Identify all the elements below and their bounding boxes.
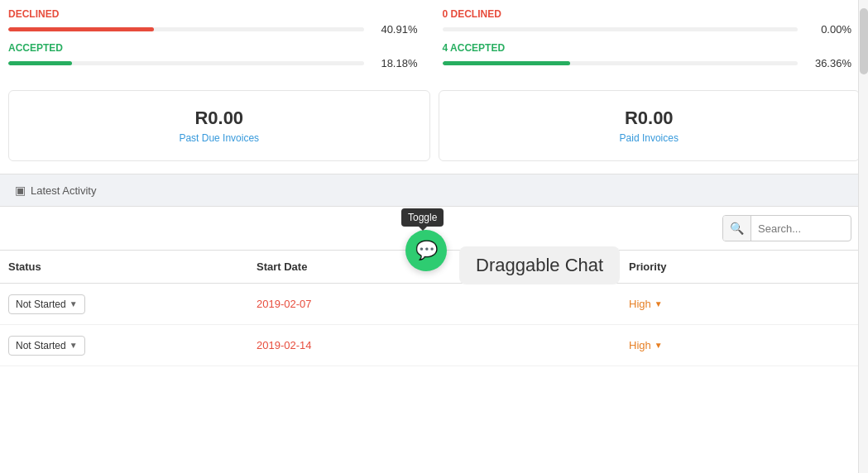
dropdown-arrow-1: ▼: [70, 299, 78, 308]
paid-invoice-card: R0.00 Paid Invoices: [439, 90, 861, 161]
bar-track-accepted-left: [8, 61, 364, 65]
stat-pct-declined-left: 40.91%: [372, 23, 418, 36]
priority-value-2[interactable]: High ▼: [629, 339, 860, 351]
chat-toggle-area: Toggle 💬: [405, 208, 448, 271]
th-priority: Priority: [621, 257, 868, 276]
priority-label-2: High: [629, 339, 651, 351]
td-status-1: Not Started ▼: [0, 291, 248, 318]
past-due-invoice-card: R0.00 Past Due Invoices: [8, 90, 430, 161]
status-dropdown-2[interactable]: Not Started ▼: [8, 336, 85, 356]
stats-section: DECLINED 40.91% ACCEPTED: [0, 0, 868, 78]
declined-label-right: 0 DECLINED: [443, 8, 852, 20]
search-input[interactable]: [751, 222, 851, 235]
stat-bar-row-left-declined: 40.91%: [8, 23, 418, 36]
bar-fill-accepted-right: [443, 61, 571, 65]
priority-arrow-1: ▼: [655, 299, 663, 308]
section-divider: ▣ Latest Activity: [0, 174, 868, 207]
td-tags-2: [455, 342, 621, 349]
paid-label: Paid Invoices: [456, 132, 843, 144]
stat-half-left: DECLINED 40.91% ACCEPTED: [0, 8, 434, 78]
status-value-1: Not Started: [16, 299, 66, 310]
stat-half-right: 0 DECLINED 0.00% 4 ACCEPTED: [434, 8, 869, 78]
stat-declined-left: DECLINED 40.91%: [8, 8, 418, 36]
stat-bar-row-right-declined: 0.00%: [443, 23, 852, 36]
bar-track: [8, 27, 364, 31]
stats-row: DECLINED 40.91% ACCEPTED: [0, 8, 868, 78]
priority-arrow-2: ▼: [655, 341, 663, 350]
table-row: Not Started ▼ 2019-02-14 High ▼: [0, 325, 868, 366]
table-rows: Not Started ▼ 2019-02-07 High ▼ N: [0, 284, 868, 366]
search-box: 🔍: [722, 215, 851, 241]
stat-declined-right: 0 DECLINED 0.00%: [443, 8, 852, 36]
declined-label-left: DECLINED: [8, 8, 418, 20]
scrollbar-thumb[interactable]: [860, 8, 868, 74]
bar-track-declined-right: [443, 27, 798, 31]
bar-track-accepted-right: [443, 61, 798, 65]
stat-pct-accepted-left: 18.18%: [372, 57, 418, 69]
chat-toggle-button[interactable]: 💬: [405, 230, 447, 271]
draggable-chat-label: Draggable Chat: [459, 246, 620, 284]
status-dropdown-1[interactable]: Not Started ▼: [8, 294, 85, 314]
stat-bar-row-right-accepted: 36.36%: [443, 57, 852, 69]
stat-accepted-left: ACCEPTED 18.18%: [8, 42, 418, 69]
accepted-label-right: 4 ACCEPTED: [443, 42, 852, 54]
td-priority-1: High ▼: [621, 294, 868, 313]
td-priority-2: High ▼: [621, 336, 868, 355]
status-value-2: Not Started: [16, 340, 66, 351]
toggle-tooltip: Toggle: [401, 208, 444, 227]
search-icon: 🔍: [730, 222, 744, 235]
priority-value-1[interactable]: High ▼: [629, 298, 860, 310]
stat-bar-row-left-accepted: 18.18%: [8, 57, 418, 69]
td-date-1: 2019-02-07: [248, 294, 455, 313]
tab-latest-activity-label: Latest Activity: [31, 184, 96, 197]
priority-label-1: High: [629, 298, 651, 310]
td-status-2: Not Started ▼: [0, 332, 248, 359]
stat-accepted-right: 4 ACCEPTED 36.36%: [443, 42, 852, 69]
past-due-label: Past Due Invoices: [26, 132, 413, 144]
stat-pct-accepted-right: 36.36%: [806, 57, 851, 69]
past-due-amount: R0.00: [26, 108, 413, 129]
scrollbar[interactable]: [858, 0, 868, 473]
th-status: Status: [0, 257, 248, 276]
bar-fill-declined-left: [8, 27, 154, 31]
td-date-2: 2019-02-14: [248, 336, 455, 355]
page-wrapper: DECLINED 40.91% ACCEPTED: [0, 0, 868, 473]
chat-icon: 💬: [415, 240, 438, 261]
stat-pct-declined-right: 0.00%: [806, 23, 851, 36]
invoice-row: R0.00 Past Due Invoices R0.00 Paid Invoi…: [0, 78, 868, 174]
paid-amount: R0.00: [456, 108, 843, 129]
td-tags-1: [455, 301, 621, 308]
search-button[interactable]: 🔍: [723, 216, 751, 241]
tab-latest-activity[interactable]: ▣ Latest Activity: [8, 180, 103, 200]
tab-activity-icon: ▣: [15, 184, 26, 197]
accepted-label-left: ACCEPTED: [8, 42, 418, 54]
table-row: Not Started ▼ 2019-02-07 High ▼: [0, 284, 868, 325]
dropdown-arrow-2: ▼: [70, 341, 78, 350]
bar-fill-accepted-left: [8, 61, 72, 65]
